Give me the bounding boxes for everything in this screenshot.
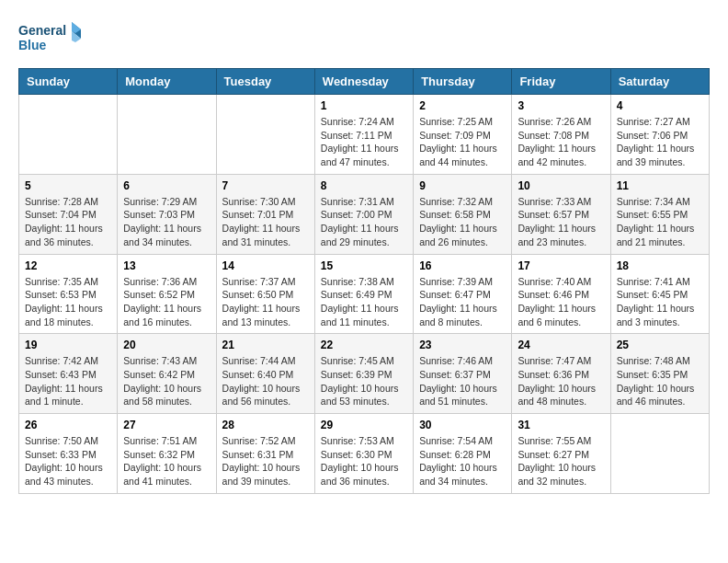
- day-info: Sunrise: 7:44 AM Sunset: 6:40 PM Dayligh…: [222, 354, 309, 408]
- day-number: 12: [25, 259, 111, 272]
- day-info: Sunrise: 7:28 AM Sunset: 7:04 PM Dayligh…: [25, 195, 111, 249]
- day-info: Sunrise: 7:45 AM Sunset: 6:39 PM Dayligh…: [321, 354, 407, 408]
- day-number: 7: [222, 179, 309, 192]
- calendar-cell: 15Sunrise: 7:38 AM Sunset: 6:49 PM Dayli…: [314, 254, 413, 334]
- day-info: Sunrise: 7:52 AM Sunset: 6:31 PM Dayligh…: [222, 434, 309, 488]
- day-number: 23: [419, 339, 506, 351]
- calendar-cell: 30Sunrise: 7:54 AM Sunset: 6:28 PM Dayli…: [414, 414, 512, 494]
- day-info: Sunrise: 7:42 AM Sunset: 6:43 PM Dayligh…: [25, 354, 111, 408]
- day-number: 9: [419, 179, 506, 192]
- calendar-cell: 10Sunrise: 7:33 AM Sunset: 6:57 PM Dayli…: [512, 174, 610, 254]
- calendar-cell: 3Sunrise: 7:26 AM Sunset: 7:08 PM Daylig…: [512, 95, 610, 175]
- day-info: Sunrise: 7:48 AM Sunset: 6:35 PM Dayligh…: [617, 354, 703, 408]
- calendar-cell: 4Sunrise: 7:27 AM Sunset: 7:06 PM Daylig…: [610, 95, 709, 175]
- day-number: 28: [222, 419, 309, 431]
- day-info: Sunrise: 7:32 AM Sunset: 6:58 PM Dayligh…: [419, 195, 506, 249]
- day-number: 15: [321, 259, 407, 272]
- calendar-cell: 28Sunrise: 7:52 AM Sunset: 6:31 PM Dayli…: [216, 414, 314, 494]
- day-info: Sunrise: 7:33 AM Sunset: 6:57 PM Dayligh…: [518, 195, 604, 249]
- day-info: Sunrise: 7:51 AM Sunset: 6:32 PM Dayligh…: [123, 434, 210, 488]
- calendar-table: SundayMondayTuesdayWednesdayThursdayFrid…: [18, 68, 710, 494]
- calendar-week-row: 1Sunrise: 7:24 AM Sunset: 7:11 PM Daylig…: [19, 95, 710, 175]
- calendar-cell: 5Sunrise: 7:28 AM Sunset: 7:04 PM Daylig…: [19, 174, 118, 254]
- day-number: 2: [419, 99, 506, 112]
- day-info: Sunrise: 7:50 AM Sunset: 6:33 PM Dayligh…: [25, 434, 111, 488]
- day-number: 13: [123, 259, 210, 272]
- column-header-friday: Friday: [512, 69, 610, 95]
- column-header-tuesday: Tuesday: [216, 69, 314, 95]
- day-number: 5: [25, 179, 111, 192]
- day-number: 11: [617, 179, 703, 192]
- day-number: 31: [518, 419, 604, 431]
- day-number: 19: [25, 339, 111, 351]
- day-number: 24: [518, 339, 604, 351]
- calendar-cell: 7Sunrise: 7:30 AM Sunset: 7:01 PM Daylig…: [216, 174, 314, 254]
- day-number: 14: [222, 259, 309, 272]
- day-number: 25: [617, 339, 703, 351]
- column-header-saturday: Saturday: [610, 69, 709, 95]
- calendar-week-row: 26Sunrise: 7:50 AM Sunset: 6:33 PM Dayli…: [19, 414, 710, 494]
- logo-svg: General Blue: [18, 18, 83, 59]
- calendar-cell: 1Sunrise: 7:24 AM Sunset: 7:11 PM Daylig…: [314, 95, 413, 175]
- day-number: 29: [321, 419, 407, 431]
- logo: General Blue: [18, 18, 83, 59]
- calendar-cell: 16Sunrise: 7:39 AM Sunset: 6:47 PM Dayli…: [414, 254, 512, 334]
- page-header: General Blue: [18, 18, 710, 59]
- calendar-cell: 18Sunrise: 7:41 AM Sunset: 6:45 PM Dayli…: [610, 254, 709, 334]
- column-header-thursday: Thursday: [414, 69, 512, 95]
- calendar-cell: [19, 95, 118, 175]
- day-info: Sunrise: 7:54 AM Sunset: 6:28 PM Dayligh…: [419, 434, 506, 488]
- svg-text:Blue: Blue: [18, 38, 47, 52]
- calendar-cell: 9Sunrise: 7:32 AM Sunset: 6:58 PM Daylig…: [414, 174, 512, 254]
- calendar-cell: [610, 414, 709, 494]
- day-info: Sunrise: 7:40 AM Sunset: 6:46 PM Dayligh…: [518, 275, 604, 329]
- calendar-cell: 29Sunrise: 7:53 AM Sunset: 6:30 PM Dayli…: [314, 414, 413, 494]
- day-number: 6: [123, 179, 210, 192]
- day-info: Sunrise: 7:47 AM Sunset: 6:36 PM Dayligh…: [518, 354, 604, 408]
- day-number: 10: [518, 179, 604, 192]
- day-info: Sunrise: 7:35 AM Sunset: 6:53 PM Dayligh…: [25, 275, 111, 329]
- svg-text:General: General: [18, 23, 66, 38]
- day-info: Sunrise: 7:26 AM Sunset: 7:08 PM Dayligh…: [518, 115, 604, 169]
- calendar-cell: 21Sunrise: 7:44 AM Sunset: 6:40 PM Dayli…: [216, 334, 314, 414]
- day-number: 17: [518, 259, 604, 272]
- calendar-week-row: 5Sunrise: 7:28 AM Sunset: 7:04 PM Daylig…: [19, 174, 710, 254]
- day-number: 4: [617, 99, 703, 112]
- calendar-cell: 26Sunrise: 7:50 AM Sunset: 6:33 PM Dayli…: [19, 414, 118, 494]
- calendar-cell: 14Sunrise: 7:37 AM Sunset: 6:50 PM Dayli…: [216, 254, 314, 334]
- day-info: Sunrise: 7:27 AM Sunset: 7:06 PM Dayligh…: [617, 115, 703, 169]
- calendar-cell: 23Sunrise: 7:46 AM Sunset: 6:37 PM Dayli…: [414, 334, 512, 414]
- calendar-cell: 19Sunrise: 7:42 AM Sunset: 6:43 PM Dayli…: [19, 334, 118, 414]
- day-info: Sunrise: 7:25 AM Sunset: 7:09 PM Dayligh…: [419, 115, 506, 169]
- day-info: Sunrise: 7:34 AM Sunset: 6:55 PM Dayligh…: [617, 195, 703, 249]
- day-number: 26: [25, 419, 111, 431]
- calendar-cell: 2Sunrise: 7:25 AM Sunset: 7:09 PM Daylig…: [414, 95, 512, 175]
- calendar-cell: [216, 95, 314, 175]
- calendar-cell: 25Sunrise: 7:48 AM Sunset: 6:35 PM Dayli…: [610, 334, 709, 414]
- calendar-week-row: 19Sunrise: 7:42 AM Sunset: 6:43 PM Dayli…: [19, 334, 710, 414]
- day-number: 27: [123, 419, 210, 431]
- day-number: 20: [123, 339, 210, 351]
- day-number: 3: [518, 99, 604, 112]
- day-info: Sunrise: 7:29 AM Sunset: 7:03 PM Dayligh…: [123, 195, 210, 249]
- day-info: Sunrise: 7:39 AM Sunset: 6:47 PM Dayligh…: [419, 275, 506, 329]
- day-info: Sunrise: 7:55 AM Sunset: 6:27 PM Dayligh…: [518, 434, 604, 488]
- calendar-cell: 13Sunrise: 7:36 AM Sunset: 6:52 PM Dayli…: [118, 254, 216, 334]
- calendar-cell: 17Sunrise: 7:40 AM Sunset: 6:46 PM Dayli…: [512, 254, 610, 334]
- day-info: Sunrise: 7:53 AM Sunset: 6:30 PM Dayligh…: [321, 434, 407, 488]
- column-header-wednesday: Wednesday: [314, 69, 413, 95]
- day-number: 18: [617, 259, 703, 272]
- calendar-cell: 24Sunrise: 7:47 AM Sunset: 6:36 PM Dayli…: [512, 334, 610, 414]
- day-number: 30: [419, 419, 506, 431]
- calendar-cell: 6Sunrise: 7:29 AM Sunset: 7:03 PM Daylig…: [118, 174, 216, 254]
- day-info: Sunrise: 7:24 AM Sunset: 7:11 PM Dayligh…: [321, 115, 407, 169]
- day-info: Sunrise: 7:31 AM Sunset: 7:00 PM Dayligh…: [321, 195, 407, 249]
- calendar-header-row: SundayMondayTuesdayWednesdayThursdayFrid…: [19, 69, 710, 95]
- day-info: Sunrise: 7:46 AM Sunset: 6:37 PM Dayligh…: [419, 354, 506, 408]
- day-number: 22: [321, 339, 407, 351]
- day-info: Sunrise: 7:30 AM Sunset: 7:01 PM Dayligh…: [222, 195, 309, 249]
- calendar-cell: [118, 95, 216, 175]
- day-number: 1: [321, 99, 407, 112]
- calendar-cell: 22Sunrise: 7:45 AM Sunset: 6:39 PM Dayli…: [314, 334, 413, 414]
- calendar-cell: 12Sunrise: 7:35 AM Sunset: 6:53 PM Dayli…: [19, 254, 118, 334]
